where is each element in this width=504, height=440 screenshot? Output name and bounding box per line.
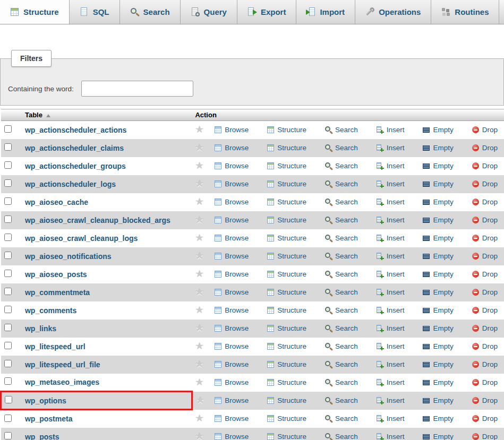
- search-action-link[interactable]: Search: [324, 198, 358, 206]
- drop-action-link[interactable]: Drop: [472, 288, 498, 296]
- empty-action-link[interactable]: Empty: [422, 180, 453, 188]
- empty-action-link[interactable]: Empty: [422, 162, 453, 170]
- empty-action-link[interactable]: Empty: [422, 433, 453, 440]
- table-name-link[interactable]: wp_actionscheduler_actions: [25, 126, 126, 134]
- search-action-link[interactable]: Search: [324, 270, 358, 278]
- row-checkbox[interactable]: [4, 324, 12, 331]
- empty-action-link[interactable]: Empty: [422, 324, 453, 332]
- table-name-link[interactable]: wp_aioseo_notifications: [25, 252, 112, 261]
- tab-structure[interactable]: Structure: [0, 0, 70, 24]
- row-checkbox[interactable]: [4, 252, 12, 259]
- empty-action-link[interactable]: Empty: [422, 378, 453, 386]
- drop-action-link[interactable]: Drop: [472, 396, 498, 404]
- insert-action-link[interactable]: Insert: [376, 234, 405, 242]
- insert-action-link[interactable]: Insert: [376, 360, 405, 368]
- favorite-star-icon[interactable]: [195, 214, 203, 225]
- structure-action-link[interactable]: Structure: [267, 270, 306, 278]
- favorite-star-icon[interactable]: [195, 269, 203, 279]
- table-name-link[interactable]: wp_options: [25, 396, 66, 405]
- insert-action-link[interactable]: Insert: [376, 126, 405, 134]
- browse-action-link[interactable]: Browse: [214, 342, 249, 350]
- row-checkbox[interactable]: [4, 179, 12, 187]
- tab-query[interactable]: Query: [181, 0, 237, 24]
- favorite-star-icon[interactable]: [195, 232, 203, 243]
- tab-sql[interactable]: SQL: [70, 0, 120, 24]
- drop-action-link[interactable]: Drop: [472, 360, 498, 368]
- structure-action-link[interactable]: Structure: [267, 433, 306, 440]
- table-name-link[interactable]: wp_actionscheduler_groups: [25, 162, 126, 170]
- drop-action-link[interactable]: Drop: [472, 144, 498, 152]
- favorite-star-icon[interactable]: [195, 431, 203, 440]
- favorite-star-icon[interactable]: [195, 341, 203, 351]
- tab-operations[interactable]: Operations: [355, 0, 431, 24]
- structure-action-link[interactable]: Structure: [267, 198, 306, 206]
- favorite-star-icon[interactable]: [195, 359, 203, 369]
- insert-action-link[interactable]: Insert: [376, 415, 405, 422]
- favorite-star-icon[interactable]: [196, 395, 204, 406]
- insert-action-link[interactable]: Insert: [376, 180, 405, 188]
- empty-action-link[interactable]: Empty: [422, 216, 453, 224]
- browse-action-link[interactable]: Browse: [214, 252, 249, 260]
- drop-action-link[interactable]: Drop: [472, 126, 498, 134]
- drop-action-link[interactable]: Drop: [472, 324, 498, 332]
- empty-action-link[interactable]: Empty: [422, 288, 453, 296]
- row-checkbox[interactable]: [4, 432, 12, 439]
- search-action-link[interactable]: Search: [324, 180, 358, 188]
- search-action-link[interactable]: Search: [324, 342, 358, 350]
- drop-action-link[interactable]: Drop: [472, 378, 498, 386]
- insert-action-link[interactable]: Insert: [376, 342, 405, 350]
- row-checkbox[interactable]: [4, 377, 12, 385]
- search-action-link[interactable]: Search: [324, 396, 358, 404]
- table-name-link[interactable]: wp_links: [25, 324, 56, 333]
- table-name-link[interactable]: wp_comments: [25, 306, 76, 315]
- browse-action-link[interactable]: Browse: [214, 360, 249, 368]
- insert-action-link[interactable]: Insert: [376, 378, 405, 386]
- favorite-star-icon[interactable]: [195, 413, 203, 424]
- drop-action-link[interactable]: Drop: [472, 342, 498, 350]
- row-checkbox[interactable]: [4, 288, 12, 295]
- table-name-link[interactable]: wp_aioseo_crawl_cleanup_logs: [25, 234, 138, 243]
- structure-action-link[interactable]: Structure: [267, 144, 306, 152]
- drop-action-link[interactable]: Drop: [472, 252, 498, 260]
- drop-action-link[interactable]: Drop: [472, 306, 498, 314]
- drop-action-link[interactable]: Drop: [472, 180, 498, 188]
- search-action-link[interactable]: Search: [324, 288, 358, 296]
- search-action-link[interactable]: Search: [324, 433, 358, 440]
- browse-action-link[interactable]: Browse: [214, 288, 249, 296]
- structure-action-link[interactable]: Structure: [267, 342, 306, 350]
- empty-action-link[interactable]: Empty: [422, 342, 453, 350]
- browse-action-link[interactable]: Browse: [214, 144, 249, 152]
- browse-action-link[interactable]: Browse: [214, 415, 249, 422]
- empty-action-link[interactable]: Empty: [422, 126, 453, 134]
- browse-action-link[interactable]: Browse: [214, 216, 249, 224]
- row-checkbox[interactable]: [4, 360, 12, 367]
- insert-action-link[interactable]: Insert: [376, 270, 405, 278]
- insert-action-link[interactable]: Insert: [376, 162, 405, 170]
- favorite-star-icon[interactable]: [195, 142, 203, 153]
- table-name-link[interactable]: wp_aioseo_posts: [25, 270, 87, 279]
- favorite-star-icon[interactable]: [195, 251, 203, 261]
- drop-action-link[interactable]: Drop: [472, 162, 498, 170]
- drop-action-link[interactable]: Drop: [472, 433, 498, 440]
- empty-action-link[interactable]: Empty: [422, 198, 453, 206]
- drop-action-link[interactable]: Drop: [472, 216, 498, 224]
- drop-action-link[interactable]: Drop: [472, 270, 498, 278]
- browse-action-link[interactable]: Browse: [214, 162, 249, 170]
- table-name-link[interactable]: wp_litespeed_url: [25, 342, 86, 351]
- table-name-link[interactable]: wp_actionscheduler_logs: [25, 180, 116, 188]
- row-checkbox[interactable]: [4, 306, 12, 313]
- structure-action-link[interactable]: Structure: [267, 162, 306, 170]
- structure-action-link[interactable]: Structure: [267, 126, 306, 134]
- empty-action-link[interactable]: Empty: [422, 396, 453, 404]
- row-checkbox[interactable]: [4, 270, 12, 277]
- browse-action-link[interactable]: Browse: [214, 324, 249, 332]
- empty-action-link[interactable]: Empty: [422, 415, 453, 422]
- browse-action-link[interactable]: Browse: [214, 126, 249, 134]
- empty-action-link[interactable]: Empty: [422, 234, 453, 242]
- empty-action-link[interactable]: Empty: [422, 144, 453, 152]
- row-checkbox[interactable]: [4, 161, 12, 169]
- browse-action-link[interactable]: Browse: [214, 378, 249, 386]
- table-name-link[interactable]: wp_metaseo_images: [25, 378, 99, 386]
- insert-action-link[interactable]: Insert: [376, 288, 405, 296]
- favorite-star-icon[interactable]: [195, 124, 203, 135]
